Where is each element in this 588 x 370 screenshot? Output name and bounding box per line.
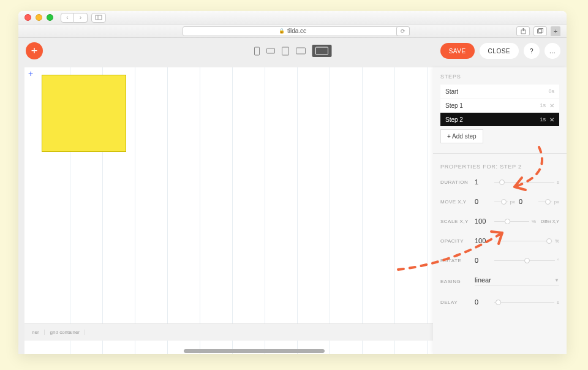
prop-move: MOVE X,Y 0 px 0 px bbox=[440, 198, 559, 205]
prop-label: DELAY bbox=[440, 300, 475, 305]
step-time: 1s bbox=[540, 116, 546, 123]
close-button[interactable]: CLOSE bbox=[480, 43, 519, 59]
tabs-overview-button[interactable] bbox=[533, 26, 547, 36]
device-tablet-icon[interactable] bbox=[281, 47, 289, 56]
lock-icon: 🔒 bbox=[279, 28, 285, 34]
prop-unit: s bbox=[557, 300, 559, 305]
window-controls bbox=[24, 14, 53, 21]
delay-slider[interactable] bbox=[494, 302, 554, 303]
url-bar: 🔒 tilda.cc ⟳ + bbox=[18, 25, 567, 38]
prop-scale: SCALE X,Y 100 % Differ X,Y bbox=[440, 217, 559, 225]
share-button[interactable] bbox=[516, 26, 530, 36]
status-tag: grid container bbox=[48, 330, 85, 335]
browser-window: ‹ › 🔒 tilda.cc ⟳ + + bbox=[18, 11, 567, 354]
easing-value: linear bbox=[475, 276, 491, 284]
tabs-button[interactable] bbox=[91, 13, 106, 23]
svg-rect-8 bbox=[282, 47, 288, 55]
origin-marker-icon: + bbox=[28, 69, 33, 78]
add-block-button[interactable]: + bbox=[26, 42, 43, 59]
step-2[interactable]: Step 2 1s✕ bbox=[440, 113, 559, 126]
more-button[interactable]: ... bbox=[545, 43, 560, 59]
step-label: Step 2 bbox=[445, 116, 463, 123]
maximize-window-icon[interactable] bbox=[47, 14, 53, 21]
prop-unit: px bbox=[554, 199, 559, 205]
delay-value[interactable]: 0 bbox=[475, 298, 492, 306]
delete-step-icon[interactable]: ✕ bbox=[549, 102, 554, 109]
add-step-button[interactable]: + Add step bbox=[440, 129, 483, 143]
prop-label: SCALE X,Y bbox=[440, 219, 475, 224]
titlebar: ‹ › bbox=[18, 11, 567, 25]
minimize-window-icon[interactable] bbox=[36, 14, 42, 21]
opacity-value[interactable]: 100 bbox=[475, 237, 492, 244]
device-phone-land-icon[interactable] bbox=[266, 48, 275, 54]
move-x-slider[interactable] bbox=[494, 202, 508, 202]
move-y-slider[interactable] bbox=[538, 202, 552, 202]
device-switcher bbox=[254, 45, 331, 57]
device-tablet-land-icon[interactable] bbox=[295, 47, 306, 55]
close-window-icon[interactable] bbox=[24, 14, 31, 21]
rotate-slider[interactable] bbox=[494, 260, 555, 261]
chevron-down-icon: ▼ bbox=[554, 278, 559, 283]
step-1[interactable]: Step 1 1s✕ bbox=[440, 99, 559, 112]
prop-rotate: ROTATE 0 ° bbox=[440, 257, 559, 264]
step-label: Start bbox=[445, 88, 458, 95]
prop-opacity: OPACITY 100 % bbox=[440, 237, 559, 244]
animation-panel: STEPS Start 0s Step 1 1s✕ Step 2 1s✕ + A… bbox=[433, 67, 567, 354]
prop-unit: % bbox=[532, 219, 536, 224]
opacity-slider[interactable] bbox=[494, 241, 552, 241]
shape-rectangle[interactable] bbox=[42, 75, 126, 152]
delete-step-icon[interactable]: ✕ bbox=[549, 116, 554, 123]
prop-easing: EASING linear ▼ bbox=[440, 276, 559, 286]
step-start[interactable]: Start 0s bbox=[440, 85, 559, 98]
move-y-value[interactable]: 0 bbox=[519, 198, 536, 205]
device-phone-icon[interactable] bbox=[254, 47, 260, 56]
app: + SAVE CLOSE ? ... + ner grid con bbox=[18, 38, 567, 354]
save-button[interactable]: SAVE bbox=[440, 43, 475, 59]
properties-heading: PROPERTIES FOR: STEP 2 bbox=[440, 164, 559, 170]
easing-select[interactable]: linear ▼ bbox=[475, 276, 559, 286]
prop-delay: DELAY 0 s bbox=[440, 298, 559, 306]
prop-duration: DURATION 1 s bbox=[440, 178, 559, 186]
step-time: 0s bbox=[548, 88, 554, 94]
prop-unit: s bbox=[557, 179, 559, 185]
steps-heading: STEPS bbox=[440, 74, 559, 80]
divider bbox=[433, 153, 567, 154]
status-tag: ner bbox=[29, 330, 45, 335]
help-button[interactable]: ? bbox=[524, 43, 540, 59]
device-desktop-icon[interactable] bbox=[312, 45, 331, 57]
prop-label: MOVE X,Y bbox=[440, 199, 475, 205]
back-button[interactable]: ‹ bbox=[61, 13, 74, 23]
svg-rect-9 bbox=[296, 48, 305, 54]
scale-differ-toggle[interactable]: Differ X,Y bbox=[541, 219, 559, 224]
scale-value[interactable]: 100 bbox=[475, 217, 492, 225]
url-field[interactable]: 🔒 tilda.cc bbox=[183, 26, 403, 36]
svg-rect-4 bbox=[538, 29, 542, 33]
duration-value[interactable]: 1 bbox=[475, 178, 492, 186]
horizontal-scrollbar[interactable] bbox=[184, 349, 325, 353]
forward-button[interactable]: › bbox=[74, 13, 88, 23]
svg-rect-5 bbox=[539, 29, 543, 32]
step-label: Step 1 bbox=[445, 102, 463, 109]
step-time: 1s bbox=[540, 102, 546, 108]
duration-slider[interactable] bbox=[494, 182, 554, 183]
svg-rect-7 bbox=[266, 48, 274, 53]
scale-slider[interactable] bbox=[494, 221, 529, 222]
new-tab-button[interactable]: + bbox=[551, 26, 560, 36]
svg-rect-6 bbox=[254, 47, 259, 55]
nav-buttons: ‹ › bbox=[61, 13, 106, 23]
prop-label: ROTATE bbox=[440, 258, 475, 263]
prop-unit: % bbox=[555, 238, 559, 244]
prop-unit: ° bbox=[557, 258, 559, 263]
move-x-value[interactable]: 0 bbox=[475, 198, 492, 205]
svg-rect-10 bbox=[315, 47, 328, 55]
prop-label: OPACITY bbox=[440, 238, 475, 244]
prop-label: EASING bbox=[440, 279, 475, 284]
prop-label: DURATION bbox=[440, 179, 475, 185]
app-toolbar: + SAVE CLOSE ? ... bbox=[18, 38, 567, 64]
rotate-value[interactable]: 0 bbox=[475, 257, 492, 264]
url-text: tilda.cc bbox=[287, 28, 306, 34]
reload-button[interactable]: ⟳ bbox=[396, 26, 410, 36]
svg-rect-0 bbox=[96, 15, 102, 20]
prop-unit: px bbox=[510, 199, 515, 205]
